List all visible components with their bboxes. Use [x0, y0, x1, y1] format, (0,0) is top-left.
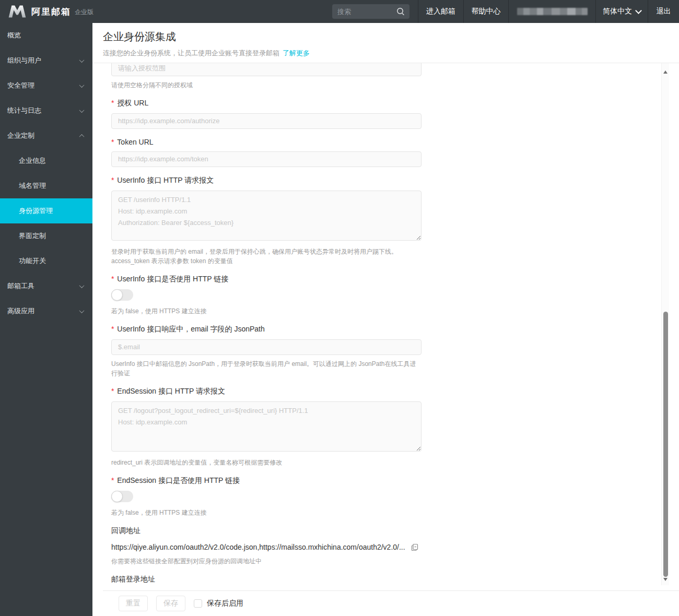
chevron-down-icon: [79, 82, 85, 88]
field-auth-url: 授权 URL: [111, 99, 422, 129]
userinfo-request-helper: 登录时用于获取当前用户的 email，登录后用于保持心跳，确保用户账号状态异常时…: [111, 247, 422, 266]
field-callback: 回调地址 https://qiye.aliyun.com/oauth2/v2.0…: [111, 526, 422, 566]
sidebar-item-ui-custom[interactable]: 界面定制: [0, 223, 92, 248]
userinfo-http-helper: 若为 false，使用 HTTPS 建立连接: [111, 306, 422, 316]
email-jsonpath-label: UserInfo 接口响应中，email 字段的 JsonPath: [111, 325, 422, 334]
sidebar-item-mail-tools[interactable]: 邮箱工具: [0, 274, 92, 299]
chevron-down-icon: [635, 7, 642, 14]
scroll-down-icon[interactable]: [663, 578, 668, 581]
chevron-up-icon: [79, 134, 85, 139]
endsession-request-label: EndSession 接口 HTTP 请求报文: [111, 387, 422, 396]
field-endsession-request: EndSession 接口 HTTP 请求报文 redirect_uri 表示回…: [111, 387, 422, 467]
endsession-request-textarea[interactable]: [111, 401, 422, 452]
scope-helper: 请使用空格分隔不同的授权域: [111, 80, 422, 90]
endsession-http-helper: 若为 false，使用 HTTPS 建立连接: [111, 508, 422, 517]
sidebar-item-domain-mgmt[interactable]: 域名管理: [0, 173, 92, 198]
brand-edition: 企业版: [75, 8, 93, 17]
header-nav: 进入邮箱 帮助中心 简体中文 退出: [418, 0, 679, 23]
sidebar-item-identity-source[interactable]: 身份源管理: [0, 198, 92, 223]
account-name-redacted: [517, 8, 588, 15]
sidebar-item-security[interactable]: 安全管理: [0, 73, 92, 98]
search-input[interactable]: [337, 8, 396, 16]
brand: 阿里邮箱 企业版: [0, 5, 93, 18]
userinfo-http-label: UserInfo 接口是否使用 HTTP 链接: [111, 275, 422, 284]
login-url-label: 邮箱登录地址: [111, 575, 422, 584]
auth-url-input[interactable]: [111, 113, 422, 129]
enable-after-save-checkbox[interactable]: [194, 599, 202, 608]
userinfo-request-textarea[interactable]: [111, 191, 422, 241]
search-icon[interactable]: [396, 7, 405, 16]
callback-helper: 你需要将这些链接全部配置到对应身份源的回调地址中: [111, 556, 422, 566]
learn-more-link[interactable]: 了解更多: [283, 49, 310, 57]
callback-label: 回调地址: [111, 526, 422, 536]
language-label: 简体中文: [603, 7, 632, 16]
aliyun-mail-logo-icon: [8, 5, 27, 18]
sidebar-item-enterprise-custom[interactable]: 企业定制: [0, 123, 92, 148]
token-url-label: Token URL: [111, 138, 422, 146]
sidebar-item-org-users[interactable]: 组织与用户: [0, 48, 92, 73]
scrollbar-thumb[interactable]: [663, 312, 668, 577]
endsession-request-helper: redirect_uri 表示回调地址的变量值，变量名称可根据需要修改: [111, 458, 422, 467]
scroll-up-icon[interactable]: [663, 70, 668, 74]
language-selector[interactable]: 简体中文: [595, 0, 648, 23]
help-center-link[interactable]: 帮助中心: [463, 0, 508, 23]
page-subtitle: 连接您的企业身份系统，让员工使用企业账号直接登录邮箱了解更多: [103, 49, 679, 58]
chevron-down-icon: [79, 108, 85, 113]
sidebar-item-feature-switch[interactable]: 功能开关: [0, 248, 92, 274]
scope-input[interactable]: [111, 63, 422, 76]
userinfo-http-toggle[interactable]: [111, 289, 133, 301]
field-endsession-http: EndSession 接口是否使用 HTTP 链接 若为 false，使用 HT…: [111, 476, 422, 517]
callback-value: https://qiye.aliyun.com/oauth2/v2.0/code…: [111, 543, 405, 551]
auth-url-label: 授权 URL: [111, 99, 422, 108]
logout-button[interactable]: 退出: [648, 0, 679, 23]
enable-after-save-label: 保存后启用: [207, 599, 243, 608]
copy-icon[interactable]: [411, 543, 419, 551]
form-footer: 重置 保存 保存后启用: [92, 590, 679, 616]
field-email-jsonpath: UserInfo 接口响应中，email 字段的 JsonPath UserIn…: [111, 325, 422, 378]
vertical-scrollbar[interactable]: [661, 63, 669, 585]
page-header: 企业身份源集成 连接您的企业身份系统，让员工使用企业账号直接登录邮箱了解更多: [92, 23, 679, 63]
main-content: 企业身份源集成 连接您的企业身份系统，让员工使用企业账号直接登录邮箱了解更多 请…: [92, 23, 679, 616]
account-menu[interactable]: [508, 0, 595, 23]
field-userinfo-http: UserInfo 接口是否使用 HTTP 链接 若为 false，使用 HTTP…: [111, 275, 422, 316]
endsession-http-toggle[interactable]: [111, 491, 133, 502]
toggle-knob: [111, 491, 123, 502]
email-jsonpath-input[interactable]: [111, 339, 422, 355]
field-scope: 请使用空格分隔不同的授权域: [111, 63, 422, 90]
email-jsonpath-helper: UserInfo 接口中邮箱信息的 JsonPath，用于登录时获取当前用户 e…: [111, 359, 422, 378]
sidebar-item-enterprise-info[interactable]: 企业信息: [0, 148, 92, 173]
sidebar-item-advanced-apps[interactable]: 高级应用: [0, 299, 92, 324]
identity-source-form: 请使用空格分隔不同的授权域 授权 URL Token URL UserInfo …: [111, 63, 422, 590]
chevron-down-icon: [79, 57, 85, 63]
save-button[interactable]: 保存: [156, 596, 185, 611]
reset-button[interactable]: 重置: [119, 596, 148, 611]
field-token-url: Token URL: [111, 138, 422, 167]
field-userinfo-request: UserInfo 接口 HTTP 请求报文 登录时用于获取当前用户的 email…: [111, 176, 422, 266]
token-url-input[interactable]: [111, 151, 422, 167]
sidebar: 概览 组织与用户 安全管理 统计与日志 企业定制 企业信息 域名管理 身份源管理…: [0, 23, 92, 616]
userinfo-request-label: UserInfo 接口 HTTP 请求报文: [111, 176, 422, 185]
top-bar: 阿里邮箱 企业版 进入邮箱 帮助中心 简体中文 退出: [0, 0, 679, 23]
sidebar-item-overview[interactable]: 概览: [0, 23, 92, 48]
header-search[interactable]: [332, 4, 409, 19]
chevron-down-icon: [79, 283, 85, 288]
field-login-url: 邮箱登录地址 https://qiye.aliyun.com 通过 IDP 登录…: [111, 575, 422, 591]
endsession-http-label: EndSession 接口是否使用 HTTP 链接: [111, 476, 422, 485]
sidebar-item-stats-logs[interactable]: 统计与日志: [0, 98, 92, 123]
brand-name: 阿里邮箱: [31, 6, 71, 18]
toggle-knob: [111, 289, 123, 301]
enter-mailbox-link[interactable]: 进入邮箱: [418, 0, 463, 23]
form-scroll-area: 请使用空格分隔不同的授权域 授权 URL Token URL UserInfo …: [92, 63, 661, 590]
enable-after-save[interactable]: 保存后启用: [194, 599, 243, 608]
page-title: 企业身份源集成: [103, 30, 679, 44]
chevron-down-icon: [79, 308, 85, 313]
